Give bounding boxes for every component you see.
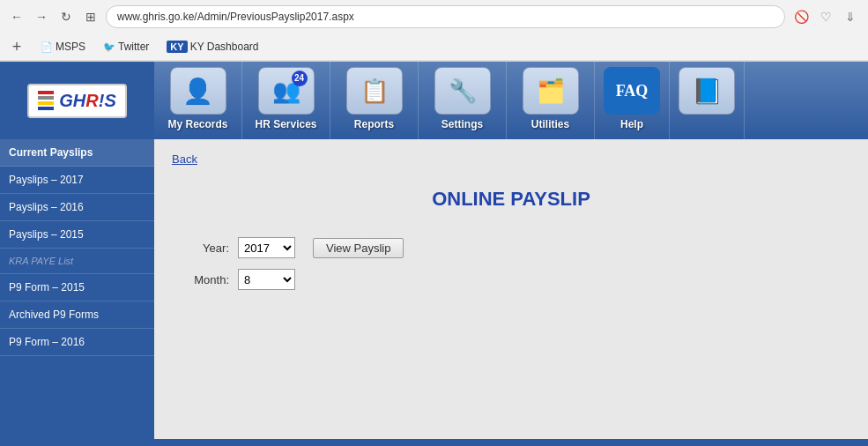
app-wrapper: GHR!S 👤 My Records 👥 24 HR Services — [0, 62, 868, 446]
utilities-icon-wrap: 🗂️ — [523, 67, 579, 115]
logo-bar-red — [38, 91, 54, 94]
person-icon: 👤 — [182, 77, 213, 106]
reports-icon: 📋 — [360, 78, 389, 105]
bookmark-twitter[interactable]: 🐦 Twitter — [100, 39, 152, 55]
logo-bar-blue — [38, 107, 54, 110]
page-title: ONLINE PAYSLIP — [172, 188, 850, 211]
logo-bar-yellow — [38, 101, 54, 105]
content-wrapper: Current Payslips Payslips – 2017 Payslip… — [0, 139, 868, 439]
nav-label-hr-services: HR Services — [255, 118, 316, 134]
logo-bar-gray — [38, 96, 54, 100]
month-label: Month: — [172, 273, 229, 286]
bookmarks-bar: + 📄 MSPS 🐦 Twitter KY KY Dashboard — [0, 33, 868, 61]
nav-item-my-records[interactable]: 👤 My Records — [154, 62, 242, 139]
nav-item-utilities[interactable]: 🗂️ Utilities — [507, 62, 595, 139]
sidebar-item-payslips-2017[interactable]: Payslips – 2017 — [0, 167, 154, 194]
logo-text: GHR!S — [59, 91, 115, 111]
settings-icon: 🔧 — [449, 78, 477, 105]
main-content: Back ONLINE PAYSLIP Year: 2017 2016 2015… — [154, 139, 868, 439]
sidebar-item-payslips-2016[interactable]: Payslips – 2016 — [0, 194, 154, 221]
nav-label-reports: Reports — [354, 118, 394, 134]
logo-r: R — [85, 91, 98, 110]
book-icon: 📘 — [692, 77, 723, 106]
url-bar[interactable]: www.ghris.go.ke/Admin/PreviousPayslip201… — [106, 5, 785, 28]
nav-label-utilities: Utilities — [531, 118, 569, 134]
month-select[interactable]: 1 2 3 4 5 6 7 8 9 10 11 12 — [238, 269, 295, 290]
my-records-icon-wrap: 👤 — [170, 67, 226, 115]
logo-box: GHR!S — [27, 84, 126, 118]
hr-services-icon-wrap: 👥 24 — [258, 67, 315, 115]
utilities-icon: 🗂️ — [537, 78, 565, 105]
nav-items: 👤 My Records 👥 24 HR Services 📋 — [154, 62, 868, 139]
hr-badge: 24 — [292, 71, 308, 86]
faq-icon: FAQ — [607, 78, 657, 104]
settings-icon-wrap: 🔧 — [434, 67, 491, 115]
download-icon[interactable]: ⇓ — [840, 6, 861, 27]
reports-icon-wrap: 📋 — [346, 67, 403, 115]
bookmark-ky-label: KY Dashboard — [190, 41, 259, 53]
sidebar-item-p9-2016[interactable]: P9 Form – 2016 — [0, 329, 154, 356]
block-icon[interactable]: 🚫 — [790, 6, 812, 27]
nav-item-settings[interactable]: 🔧 Settings — [419, 62, 507, 139]
reload-button[interactable]: ↻ — [56, 7, 76, 26]
nav-label-settings: Settings — [441, 118, 483, 134]
bookmark-msps-label: MSPS — [56, 41, 85, 53]
sidebar-item-p9-2015[interactable]: P9 Form – 2015 — [0, 274, 154, 301]
nav-item-reports[interactable]: 📋 Reports — [330, 62, 419, 139]
back-link[interactable]: Back — [172, 152, 197, 166]
add-tab-button[interactable]: + — [7, 37, 26, 56]
logo-area: GHR!S — [0, 62, 154, 139]
logo-bars — [38, 91, 54, 110]
view-payslip-button[interactable]: View Payslip — [313, 238, 404, 258]
sidebar-item-kra-paye[interactable]: KRA PAYE List — [0, 249, 154, 274]
guide-icon-wrap: 📘 — [679, 67, 735, 115]
browser-chrome: ← → ↻ ⊞ www.ghris.go.ke/Admin/PreviousPa… — [0, 0, 868, 62]
bookmark-ky-dashboard[interactable]: KY KY Dashboard — [163, 39, 262, 55]
year-row: Year: 2017 2016 2015 2014 View Payslip — [172, 237, 850, 258]
sidebar: Current Payslips Payslips – 2017 Payslip… — [0, 139, 154, 439]
app-header: GHR!S 👤 My Records 👥 24 HR Services — [0, 62, 868, 139]
msps-icon: 📄 — [41, 41, 53, 53]
help-icon-wrap: FAQ — [604, 67, 660, 115]
browser-toolbar: ← → ↻ ⊞ www.ghris.go.ke/Admin/PreviousPa… — [0, 0, 868, 33]
year-label: Year: — [172, 242, 229, 255]
favorite-icon[interactable]: ♡ — [815, 6, 836, 27]
sidebar-item-archived-p9[interactable]: Archived P9 Forms — [0, 301, 154, 329]
nav-item-help[interactable]: FAQ Help — [595, 62, 670, 139]
ky-icon: KY — [167, 41, 187, 53]
back-button[interactable]: ← — [7, 7, 26, 26]
forward-button[interactable]: → — [32, 7, 51, 26]
apps-button[interactable]: ⊞ — [81, 7, 100, 26]
browser-icons: 🚫 ♡ ⇓ — [790, 6, 861, 27]
sidebar-item-current-payslips[interactable]: Current Payslips — [0, 139, 154, 167]
nav-label-my-records: My Records — [167, 118, 227, 134]
nav-item-guide[interactable]: 📘 . — [670, 62, 745, 139]
bookmark-msps[interactable]: 📄 MSPS — [37, 39, 89, 55]
hr-badge-wrap: 👥 24 — [272, 78, 300, 105]
url-text: www.ghris.go.ke/Admin/PreviousPayslip201… — [117, 11, 774, 23]
nav-item-hr-services[interactable]: 👥 24 HR Services — [242, 62, 330, 139]
nav-label-help: Help — [620, 118, 643, 134]
year-select[interactable]: 2017 2016 2015 2014 — [238, 237, 295, 258]
twitter-icon: 🐦 — [103, 41, 115, 53]
bookmark-twitter-label: Twitter — [118, 41, 149, 53]
sidebar-item-payslips-2015[interactable]: Payslips – 2015 — [0, 221, 154, 249]
month-row: Month: 1 2 3 4 5 6 7 8 9 10 11 12 — [172, 269, 850, 290]
